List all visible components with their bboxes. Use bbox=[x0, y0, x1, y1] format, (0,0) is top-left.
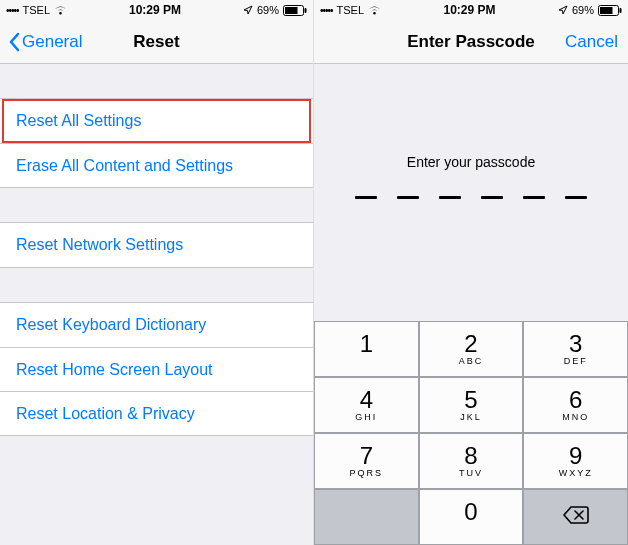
keypad-key-letters: DEF bbox=[564, 357, 588, 367]
keypad-key-number: 8 bbox=[464, 444, 477, 468]
keypad-key-number: 2 bbox=[464, 332, 477, 356]
wifi-icon bbox=[368, 5, 381, 15]
keypad-key-1[interactable]: 1 bbox=[314, 321, 419, 377]
keypad-key-5[interactable]: 5JKL bbox=[419, 377, 524, 433]
battery-pct-label: 69% bbox=[572, 4, 594, 16]
status-right: 69% bbox=[243, 4, 307, 16]
passcode-dash bbox=[355, 196, 377, 199]
wifi-icon bbox=[54, 5, 67, 15]
signal-dots-icon: ••••• bbox=[6, 5, 19, 16]
status-bar: ••••• TSEL 10:29 PM 69% bbox=[314, 0, 628, 20]
status-left: ••••• TSEL bbox=[6, 4, 67, 16]
keypad-key-number: 5 bbox=[464, 388, 477, 412]
svg-rect-4 bbox=[600, 7, 613, 14]
keypad-key-letters: ABC bbox=[459, 357, 484, 367]
screen-reset: ••••• TSEL 10:29 PM 69% General Reset Re… bbox=[0, 0, 314, 545]
passcode-prompt: Enter your passcode bbox=[314, 154, 628, 170]
settings-row[interactable]: Reset Network Settings bbox=[0, 223, 313, 267]
settings-row[interactable]: Reset All Settings bbox=[0, 99, 313, 143]
svg-rect-1 bbox=[285, 7, 298, 14]
keypad-key-letters: WXYZ bbox=[559, 469, 593, 479]
keypad-key-2[interactable]: 2ABC bbox=[419, 321, 524, 377]
keypad-key-number: 9 bbox=[569, 444, 582, 468]
signal-dots-icon: ••••• bbox=[320, 5, 333, 16]
status-right: 69% bbox=[558, 4, 622, 16]
battery-icon bbox=[283, 5, 307, 16]
keypad-key-letters: JKL bbox=[460, 413, 482, 423]
carrier-label: TSEL bbox=[337, 4, 365, 16]
passcode-dash bbox=[481, 196, 503, 199]
screen-passcode: ••••• TSEL 10:29 PM 69% Enter Passcode C… bbox=[314, 0, 628, 545]
keypad-blank bbox=[314, 489, 419, 545]
passcode-dash bbox=[565, 196, 587, 199]
keypad-key-4[interactable]: 4GHI bbox=[314, 377, 419, 433]
settings-group: Reset All SettingsErase All Content and … bbox=[0, 98, 313, 188]
passcode-dash bbox=[523, 196, 545, 199]
backspace-icon bbox=[562, 505, 590, 529]
settings-row[interactable]: Reset Keyboard Dictionary bbox=[0, 303, 313, 347]
nav-bar: General Reset bbox=[0, 20, 313, 64]
keypad-key-letters: GHI bbox=[355, 413, 377, 423]
status-time: 10:29 PM bbox=[129, 3, 181, 17]
keypad-key-6[interactable]: 6MNO bbox=[523, 377, 628, 433]
back-label: General bbox=[22, 32, 82, 52]
keypad-key-letters: MNO bbox=[562, 413, 589, 423]
settings-row[interactable]: Reset Home Screen Layout bbox=[0, 347, 313, 391]
keypad-key-9[interactable]: 9WXYZ bbox=[523, 433, 628, 489]
keypad-key-number: 0 bbox=[464, 500, 477, 524]
reset-list: Reset All SettingsErase All Content and … bbox=[0, 98, 313, 436]
svg-rect-5 bbox=[620, 8, 622, 13]
svg-rect-2 bbox=[305, 8, 307, 13]
keypad-delete[interactable] bbox=[523, 489, 628, 545]
keypad-key-8[interactable]: 8TUV bbox=[419, 433, 524, 489]
keypad: 12ABC3DEF4GHI5JKL6MNO7PQRS8TUV9WXYZ0 bbox=[314, 321, 628, 545]
location-icon bbox=[558, 5, 568, 15]
chevron-left-icon bbox=[8, 32, 20, 52]
keypad-key-0[interactable]: 0 bbox=[419, 489, 524, 545]
battery-icon bbox=[598, 5, 622, 16]
keypad-key-letters: PQRS bbox=[350, 469, 384, 479]
keypad-key-number: 4 bbox=[360, 388, 373, 412]
passcode-dash bbox=[397, 196, 419, 199]
carrier-label: TSEL bbox=[23, 4, 51, 16]
status-bar: ••••• TSEL 10:29 PM 69% bbox=[0, 0, 313, 20]
settings-group: Reset Network Settings bbox=[0, 222, 313, 268]
location-icon bbox=[243, 5, 253, 15]
battery-pct-label: 69% bbox=[257, 4, 279, 16]
status-time: 10:29 PM bbox=[443, 3, 495, 17]
nav-bar: Enter Passcode Cancel bbox=[314, 20, 628, 64]
back-button[interactable]: General bbox=[8, 32, 82, 52]
keypad-key-3[interactable]: 3DEF bbox=[523, 321, 628, 377]
settings-row[interactable]: Erase All Content and Settings bbox=[0, 143, 313, 187]
keypad-key-letters: TUV bbox=[459, 469, 483, 479]
keypad-key-number: 7 bbox=[360, 444, 373, 468]
settings-row[interactable]: Reset Location & Privacy bbox=[0, 391, 313, 435]
keypad-key-7[interactable]: 7PQRS bbox=[314, 433, 419, 489]
cancel-button[interactable]: Cancel bbox=[565, 32, 618, 52]
passcode-dashes bbox=[314, 196, 628, 199]
passcode-dash bbox=[439, 196, 461, 199]
passcode-area: Enter your passcode bbox=[314, 64, 628, 199]
keypad-key-number: 1 bbox=[360, 332, 373, 356]
keypad-key-number: 3 bbox=[569, 332, 582, 356]
settings-group: Reset Keyboard DictionaryReset Home Scre… bbox=[0, 302, 313, 436]
keypad-key-number: 6 bbox=[569, 388, 582, 412]
status-left: ••••• TSEL bbox=[320, 4, 381, 16]
